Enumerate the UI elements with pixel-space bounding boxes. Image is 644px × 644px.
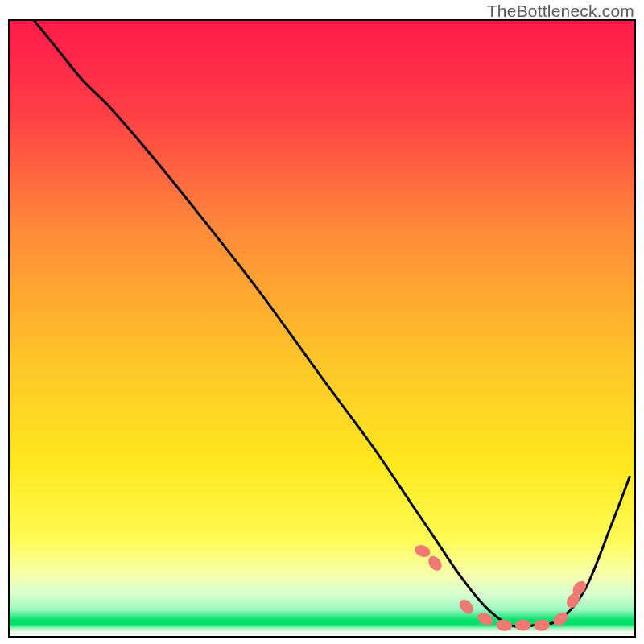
chart-svg [8,19,636,638]
plot-area [8,19,636,638]
chart-container [8,19,636,638]
highlight-point [515,620,531,631]
watermark-label: TheBottleneck.com [487,2,634,21]
